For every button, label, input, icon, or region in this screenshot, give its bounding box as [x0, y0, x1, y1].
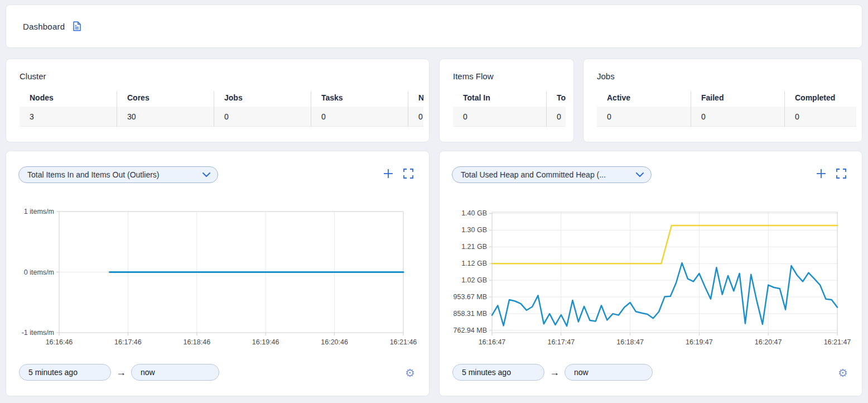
time-from-input[interactable]: 5 minutes ago — [19, 364, 111, 381]
svg-text:0 items/m: 0 items/m — [24, 268, 54, 276]
column-header: Completed — [784, 91, 856, 107]
svg-text:762.94 MB: 762.94 MB — [454, 327, 487, 334]
svg-text:1.02 GB: 1.02 GB — [461, 276, 487, 284]
chart-settings-gear-icon[interactable]: ⚙ — [405, 367, 415, 378]
items-chart-card: Total Items In and Items Out (Outliers) … — [6, 151, 430, 396]
cluster-card-title: Cluster — [20, 71, 416, 81]
time-range-controls: 5 minutes ago → now — [19, 364, 219, 381]
cell-value: 0 — [453, 107, 546, 127]
svg-text:16:20:47: 16:20:47 — [755, 338, 782, 346]
document-icon[interactable] — [72, 21, 82, 31]
cell-value: 3 — [20, 107, 117, 127]
column-header: To — [546, 91, 566, 107]
table-value-row: 0 0 — [453, 107, 566, 127]
time-to-input[interactable]: now — [565, 364, 653, 381]
column-header: Failed — [691, 91, 784, 107]
heap-line-chart: 1.40 GB1.30 GB1.21 GB1.12 GB1.02 GB953.6… — [445, 207, 858, 348]
svg-text:1.12 GB: 1.12 GB — [461, 260, 487, 267]
time-to-input[interactable]: now — [131, 364, 219, 381]
cluster-table: Nodes Cores Jobs Tasks No 3 30 0 0 0 — [20, 91, 423, 127]
heap-chart-card: Total Used Heap and Committed Heap (... … — [439, 151, 862, 396]
svg-text:16:17:46: 16:17:46 — [114, 338, 142, 346]
svg-text:16:21:46: 16:21:46 — [390, 338, 417, 346]
column-header: Tasks — [311, 91, 408, 107]
svg-text:858.31 MB: 858.31 MB — [454, 310, 487, 318]
fullscreen-icon[interactable] — [403, 169, 413, 179]
items-flow-stats-card: Items Flow Total In To 0 0 — [439, 59, 574, 142]
time-from-input[interactable]: 5 minutes ago — [452, 364, 544, 381]
column-header: Nodes — [20, 91, 117, 107]
column-header: No — [408, 91, 423, 107]
svg-text:16:20:46: 16:20:46 — [321, 338, 348, 346]
column-header: Jobs — [214, 91, 311, 107]
range-arrow-icon: → — [549, 367, 560, 377]
add-widget-icon[interactable] — [383, 169, 393, 179]
cell-value: 0 — [311, 107, 408, 127]
fullscreen-icon[interactable] — [836, 169, 846, 179]
table-header-row: Nodes Cores Jobs Tasks No — [20, 91, 423, 107]
chevron-down-icon — [202, 172, 210, 177]
add-widget-icon[interactable] — [816, 169, 826, 179]
jobs-stats-card: Jobs Active Failed Completed 0 0 0 — [583, 59, 862, 142]
cell-value: 30 — [117, 107, 214, 127]
cell-value: 0 — [691, 107, 784, 127]
cell-value: 0 — [408, 107, 423, 127]
jobs-card-title: Jobs — [597, 71, 848, 81]
cell-value: 0 — [214, 107, 311, 127]
svg-text:-1 items/m: -1 items/m — [22, 329, 54, 337]
svg-text:16:19:46: 16:19:46 — [252, 338, 279, 346]
svg-text:1 items/m: 1 items/m — [24, 208, 54, 215]
chevron-down-icon — [636, 172, 644, 177]
svg-text:16:17:47: 16:17:47 — [547, 338, 575, 346]
metric-selector-dropdown[interactable]: Total Items In and Items Out (Outliers) — [18, 166, 218, 183]
cell-value: 0 — [546, 107, 566, 127]
metric-selector-label: Total Used Heap and Committed Heap (... — [461, 170, 606, 179]
svg-text:16:21:47: 16:21:47 — [824, 338, 851, 346]
svg-text:16:19:47: 16:19:47 — [686, 338, 713, 346]
cell-value: 0 — [597, 107, 691, 127]
chart-settings-gear-icon[interactable]: ⚙ — [838, 367, 848, 378]
items-flow-card-title: Items Flow — [453, 71, 560, 81]
column-header: Active — [597, 91, 691, 107]
top-bar-content: Dashboard — [6, 5, 862, 47]
items-flow-table: Total In To 0 0 — [453, 91, 566, 127]
column-header: Cores — [117, 91, 214, 107]
range-arrow-icon: → — [116, 367, 126, 377]
svg-text:953.67 MB: 953.67 MB — [454, 293, 487, 301]
column-header: Total In — [453, 91, 546, 107]
metric-selector-label: Total Items In and Items Out (Outliers) — [27, 170, 160, 179]
svg-text:16:16:47: 16:16:47 — [479, 338, 506, 346]
table-value-row: 0 0 0 — [597, 107, 856, 127]
cell-value: 0 — [784, 107, 856, 127]
cluster-stats-card: Cluster Nodes Cores Jobs Tasks No 3 30 0… — [6, 59, 430, 142]
table-header-row: Total In To — [453, 91, 566, 107]
svg-text:1.21 GB: 1.21 GB — [461, 243, 487, 251]
metric-selector-dropdown[interactable]: Total Used Heap and Committed Heap (... — [452, 166, 652, 183]
page-title: Dashboard — [23, 22, 65, 31]
svg-text:16:18:47: 16:18:47 — [616, 338, 644, 346]
items-line-chart: 1 items/m0 items/m-1 items/m16:16:4616:1… — [12, 207, 425, 348]
svg-text:1.30 GB: 1.30 GB — [461, 226, 487, 234]
time-range-controls: 5 minutes ago → now — [452, 364, 653, 381]
table-value-row: 3 30 0 0 0 — [20, 107, 423, 127]
jobs-table: Active Failed Completed 0 0 0 — [597, 91, 856, 127]
svg-text:16:16:46: 16:16:46 — [46, 338, 73, 346]
svg-text:16:18:46: 16:18:46 — [183, 338, 210, 346]
table-header-row: Active Failed Completed — [597, 91, 856, 107]
svg-text:1.40 GB: 1.40 GB — [461, 209, 487, 217]
top-bar: Dashboard — [6, 4, 862, 48]
